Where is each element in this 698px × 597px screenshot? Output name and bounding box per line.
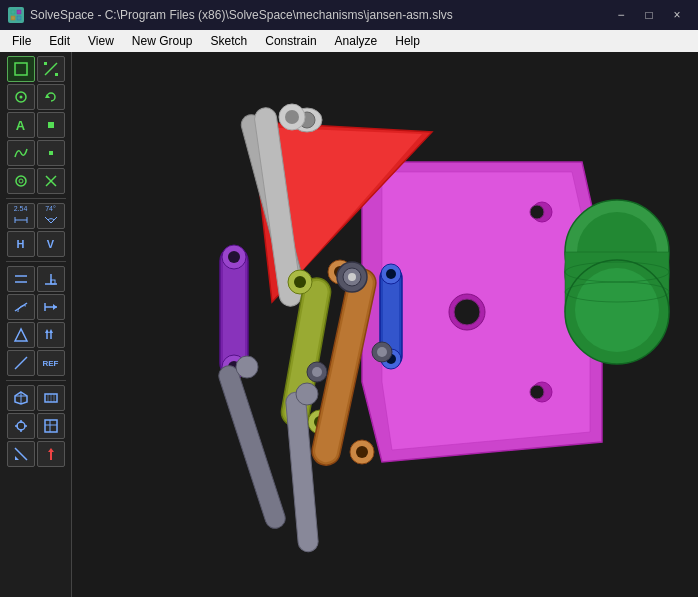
window-controls[interactable]: − □ × (608, 5, 690, 25)
svg-point-112 (348, 273, 356, 281)
svg-point-81 (285, 110, 299, 124)
svg-point-108 (236, 356, 258, 378)
parallel-button[interactable] (7, 266, 35, 292)
svg-point-14 (19, 179, 23, 183)
menu-view[interactable]: View (80, 30, 122, 52)
3d-scene (72, 52, 698, 597)
tool-row-2 (7, 84, 65, 110)
center-pivot (337, 262, 367, 292)
svg-marker-54 (15, 456, 19, 460)
3d-view-button[interactable] (7, 385, 35, 411)
tool-row-tri (7, 322, 65, 348)
axis-button[interactable] (37, 441, 65, 467)
svg-rect-2 (11, 16, 15, 20)
menu-constrain[interactable]: Constrain (257, 30, 324, 52)
tool-row-sg (7, 413, 65, 439)
svg-point-65 (454, 299, 480, 325)
motor-cylinder (565, 200, 669, 364)
tool-row-dr: REF (7, 350, 65, 376)
point-tool-button[interactable] (37, 140, 65, 166)
spline-tool-button[interactable] (7, 140, 35, 166)
svg-point-61 (530, 205, 544, 219)
tool-row-dim: 2.54 74° (7, 203, 65, 229)
svg-rect-3 (17, 16, 21, 20)
svg-rect-11 (48, 122, 54, 128)
viewport[interactable] (72, 52, 698, 597)
svg-line-37 (15, 357, 27, 369)
triangle-button[interactable] (7, 322, 35, 348)
tool-row-5 (7, 168, 65, 194)
horiz-constraint-button[interactable]: H (7, 231, 35, 257)
svg-marker-32 (15, 329, 27, 341)
snap-button[interactable] (7, 413, 35, 439)
svg-rect-1 (17, 10, 21, 14)
trim-tool-button[interactable] (37, 168, 65, 194)
menu-edit[interactable]: Edit (41, 30, 78, 52)
angle-tool-button[interactable]: 74° (37, 203, 65, 229)
menu-new-group[interactable]: New Group (124, 30, 201, 52)
tool-row-da (7, 441, 65, 467)
main-area: A (0, 52, 698, 597)
menu-sketch[interactable]: Sketch (203, 30, 256, 52)
close-button[interactable]: × (664, 5, 690, 25)
node-tool-button[interactable] (37, 112, 65, 138)
svg-point-13 (16, 176, 26, 186)
minimize-button[interactable]: − (608, 5, 634, 25)
menu-help[interactable]: Help (387, 30, 428, 52)
svg-point-9 (19, 96, 22, 99)
svg-point-99 (356, 446, 368, 458)
divider-3 (6, 380, 66, 381)
ref-button[interactable]: REF (37, 350, 65, 376)
tool-row-hv: H V (7, 231, 65, 257)
svg-point-114 (312, 367, 322, 377)
svg-marker-59 (382, 172, 590, 450)
line-tool-button[interactable] (37, 56, 65, 82)
menu-bar: File Edit View New Group Sketch Constrai… (0, 30, 698, 52)
rotate-tool-button[interactable] (37, 84, 65, 110)
svg-point-63 (530, 385, 544, 399)
tool-row-4 (7, 140, 65, 166)
circle-tool-button[interactable] (7, 84, 35, 110)
tool-row-1 (7, 56, 65, 82)
vert-constraint-button[interactable]: V (37, 231, 65, 257)
svg-point-71 (575, 268, 659, 352)
dimension-tool-button[interactable]: 2.54 (7, 203, 35, 229)
svg-rect-7 (55, 73, 58, 76)
toolbar: A (0, 52, 72, 597)
tool-row-pp (7, 266, 65, 292)
menu-file[interactable]: File (4, 30, 39, 52)
divider-2 (6, 261, 66, 262)
perp-button[interactable] (37, 266, 65, 292)
svg-rect-50 (45, 420, 57, 432)
svg-point-109 (296, 383, 318, 405)
tool-row-ta (7, 294, 65, 320)
divider-1 (6, 198, 66, 199)
grid-button[interactable] (37, 413, 65, 439)
multi-arrow-button[interactable] (37, 322, 65, 348)
svg-point-85 (228, 251, 240, 263)
diag2-button[interactable] (7, 441, 35, 467)
menu-analyze[interactable]: Analyze (327, 30, 386, 52)
maximize-button[interactable]: □ (636, 5, 662, 25)
svg-rect-12 (49, 151, 53, 155)
svg-marker-36 (49, 329, 53, 333)
distance-tool-button[interactable] (7, 168, 35, 194)
title-bar-left: SolveSpace - C:\Program Files (x86)\Solv… (8, 7, 453, 23)
tool-row-3d (7, 385, 65, 411)
svg-marker-30 (53, 304, 57, 310)
svg-point-45 (17, 422, 25, 430)
svg-marker-34 (45, 329, 49, 333)
svg-point-91 (294, 276, 306, 288)
app-icon (8, 7, 24, 23)
arrow-button[interactable] (37, 294, 65, 320)
svg-rect-0 (11, 10, 15, 14)
select-tool-button[interactable] (7, 56, 35, 82)
text-tool-button[interactable]: A (7, 112, 35, 138)
svg-point-116 (377, 347, 387, 357)
svg-rect-6 (44, 62, 47, 65)
title-bar: SolveSpace - C:\Program Files (x86)\Solv… (0, 0, 698, 30)
window-title: SolveSpace - C:\Program Files (x86)\Solv… (30, 8, 453, 22)
tangent-button[interactable] (7, 294, 35, 320)
diagonal-button[interactable] (7, 350, 35, 376)
ortho-button[interactable] (37, 385, 65, 411)
